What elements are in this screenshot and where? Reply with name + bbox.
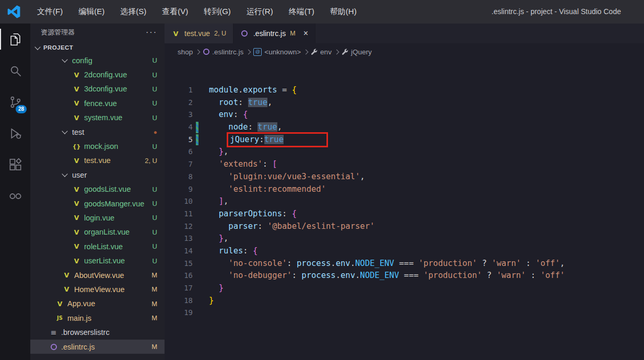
breadcrumb-item[interactable]: shop: [178, 48, 193, 56]
editor-group: Vtest.vue2, U.eslintrc.jsM× shop.eslintr…: [165, 24, 644, 360]
tab--eslintrc-js[interactable]: .eslintrc.jsM×: [233, 24, 315, 43]
code-token: :: [238, 98, 248, 107]
tree-item[interactable]: Vfence.vueU: [30, 96, 165, 110]
tree-item[interactable]: configU: [30, 53, 165, 67]
line-number[interactable]: 12: [165, 220, 193, 233]
code-token: ,: [224, 147, 228, 156]
tree-item[interactable]: user: [30, 168, 165, 182]
breadcrumb-label: shop: [178, 48, 193, 56]
tree-item[interactable]: VorganList.vueU: [30, 225, 165, 239]
more-actions-icon[interactable]: ···: [146, 28, 157, 37]
menu-item[interactable]: 转到(G): [196, 4, 239, 19]
code-line[interactable]: 7 'extends': [: [165, 158, 644, 171]
code-line[interactable]: 17 }: [165, 282, 644, 295]
line-number[interactable]: 17: [165, 282, 193, 295]
line-number[interactable]: 1: [165, 84, 193, 97]
line-number[interactable]: 18: [165, 295, 193, 307]
git-change-indicator: [196, 134, 198, 146]
code-line[interactable]: 2 root: true,: [165, 97, 644, 109]
line-number[interactable]: 16: [165, 270, 193, 282]
code-line[interactable]: 8 'plugin:vue/vue3-essential',: [165, 171, 644, 183]
line-number[interactable]: 13: [165, 233, 193, 245]
line-number[interactable]: 2: [165, 97, 193, 109]
menu-item[interactable]: 文件(F): [29, 4, 71, 19]
infinity-icon[interactable]: [0, 180, 30, 212]
line-number[interactable]: 6: [165, 146, 193, 158]
code-token: =: [277, 85, 292, 95]
line-number[interactable]: 15: [165, 258, 193, 270]
line-number[interactable]: 10: [165, 195, 193, 208]
line-number[interactable]: 9: [165, 183, 193, 196]
tab-test-vue[interactable]: Vtest.vue2, U: [165, 24, 233, 43]
code-line[interactable]: 14 rules: {: [165, 245, 644, 258]
sidebar-explorer: 资源管理器 ··· PROJECT configUV2dconfig.vueUV…: [30, 24, 165, 360]
tree-item[interactable]: .eslintrc.jsM: [30, 340, 165, 354]
menu-item[interactable]: 帮助(H): [322, 4, 365, 19]
code-editor[interactable]: 1module.exports = {2 root: true,3 env: {…: [165, 60, 644, 360]
line-number[interactable]: 14: [165, 245, 193, 258]
line-number[interactable]: 8: [165, 171, 193, 183]
code-line[interactable]: 1module.exports = {: [165, 84, 644, 97]
tree-item[interactable]: VgoodsList.vueU: [30, 182, 165, 196]
code-line[interactable]: 9 'eslint:recommended': [165, 183, 644, 196]
search-icon[interactable]: [0, 55, 30, 86]
tree-item[interactable]: test●: [30, 125, 165, 139]
code-line[interactable]: 5 jQuery:true: [165, 134, 644, 146]
line-number[interactable]: 4: [165, 121, 193, 134]
tree-item[interactable]: VAboutView.vueM: [30, 268, 165, 282]
tree-item[interactable]: VHomeView.vueM: [30, 282, 165, 296]
explorer-icon[interactable]: [0, 24, 30, 55]
menu-item[interactable]: 终端(T): [281, 4, 322, 19]
line-number[interactable]: 3: [165, 109, 193, 121]
symbol-icon: @: [253, 48, 262, 56]
breadcrumb-item[interactable]: env: [311, 48, 332, 56]
source-control-icon[interactable]: 28: [0, 86, 30, 118]
code-token: ,: [267, 98, 272, 107]
line-number[interactable]: 5: [165, 134, 193, 146]
line-number[interactable]: 19: [165, 307, 193, 319]
code-line[interactable]: 13 },: [165, 233, 644, 245]
code-line[interactable]: 3 env: {: [165, 109, 644, 121]
code-line[interactable]: 18}: [165, 295, 644, 307]
code-line[interactable]: 6 },: [165, 146, 644, 158]
code-token: .: [336, 271, 341, 280]
menu-bar: 文件(F)编辑(E)选择(S)查看(V)转到(G)运行(R)终端(T)帮助(H): [29, 4, 365, 19]
menu-item[interactable]: 编辑(E): [71, 4, 112, 19]
line-number[interactable]: 7: [165, 158, 193, 171]
code-token: [209, 259, 228, 268]
menu-item[interactable]: 选择(S): [112, 4, 154, 19]
code-line[interactable]: 15 'no-console': process.env.NODE_ENV ==…: [165, 258, 644, 270]
tree-item[interactable]: Vsystem.vueU: [30, 111, 165, 125]
line-number[interactable]: 11: [165, 208, 193, 220]
git-status-badge: M: [151, 285, 157, 293]
tree-item[interactable]: ≡.browserslistrc: [30, 325, 165, 339]
code-line[interactable]: 12 parser: '@babel/eslint-parser': [165, 220, 644, 233]
code-line[interactable]: 16 'no-debugger': process.env.NODE_ENV =…: [165, 270, 644, 282]
breadcrumb-item[interactable]: .eslintrc.js: [203, 48, 243, 56]
extensions-icon[interactable]: [0, 149, 30, 180]
breadcrumb-item[interactable]: @<unknown>: [253, 48, 301, 56]
tree-item[interactable]: V3dconfig.vueU: [30, 82, 165, 96]
code-line[interactable]: 19: [165, 307, 644, 319]
code-line[interactable]: 10 ],: [165, 195, 644, 208]
chevron-down-icon: [34, 44, 40, 50]
code-line[interactable]: 11 parserOptions: {: [165, 208, 644, 220]
code-token: {: [253, 246, 257, 256]
tree-item[interactable]: VroleList.vueU: [30, 239, 165, 253]
tree-item[interactable]: VgoodsManger.vueU: [30, 196, 165, 211]
tree-item[interactable]: Vtest.vue2, U: [30, 154, 165, 168]
tree-item[interactable]: V2dconfig.vueU: [30, 67, 165, 82]
tree-item[interactable]: VuserList.vueU: [30, 253, 165, 268]
close-tab-icon[interactable]: ×: [303, 29, 308, 38]
sidebar-title: 资源管理器: [41, 28, 75, 37]
menu-item[interactable]: 查看(V): [154, 4, 196, 19]
tree-item[interactable]: {}mock.jsonU: [30, 139, 165, 153]
tree-item[interactable]: Vlogin.vueU: [30, 211, 165, 225]
tree-item[interactable]: VApp.vueM: [30, 297, 165, 311]
menu-item[interactable]: 运行(R): [239, 4, 281, 19]
breadcrumb-item[interactable]: jQuery: [342, 48, 372, 56]
section-project[interactable]: PROJECT: [30, 41, 165, 53]
code-token: ?: [482, 271, 497, 280]
run-debug-icon[interactable]: [0, 118, 30, 149]
tree-item[interactable]: JSmain.jsM: [30, 311, 165, 325]
